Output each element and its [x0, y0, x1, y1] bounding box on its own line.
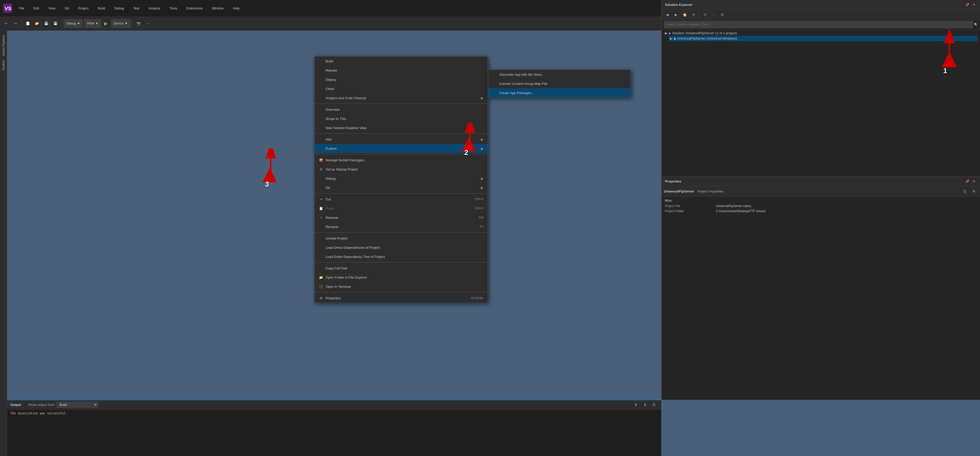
se-forward-button[interactable]: ▶	[672, 11, 680, 19]
cm-debug[interactable]: Debug ▶	[314, 174, 488, 183]
se-solution-item[interactable]: ▶ ◈ Solution 'UniversalFtpServer' (1 of …	[664, 30, 978, 36]
cm-sep-1	[314, 104, 488, 104]
cm-analyze-cleanup[interactable]: Analyze and Code Cleanup ▶	[314, 93, 488, 102]
output-toolbar: ⬆ ⬇ ☰	[632, 401, 658, 409]
menu-test[interactable]: Test	[130, 0, 143, 16]
cm-sep-3	[314, 154, 488, 155]
cm-scope-to-this[interactable]: Scope to This	[314, 114, 488, 123]
menu-git[interactable]: Git	[61, 0, 73, 16]
props-header: Properties 📌 ✕	[662, 177, 980, 186]
se-collapse-button[interactable]: −	[710, 11, 718, 19]
cm-open-terminal[interactable]: ⬛ Open in Terminal	[314, 282, 488, 291]
cm-new-se-icon	[318, 125, 324, 130]
cm-overview[interactable]: Overview	[314, 105, 488, 114]
pm-convert-content[interactable]: Convert Content Group Map File	[488, 79, 631, 88]
menu-edit[interactable]: Edit	[30, 0, 43, 16]
menu-extensions[interactable]: Extensions	[183, 0, 206, 16]
se-close-button[interactable]: ✕	[971, 2, 977, 8]
pm-create-packages[interactable]: Create App Packages...	[488, 88, 631, 97]
menu-build[interactable]: Build	[94, 0, 108, 16]
props-settings-button[interactable]: ⚙	[970, 187, 978, 195]
cm-build-icon	[318, 59, 324, 64]
cm-remove-label: Remove	[326, 216, 338, 220]
device-dropdown[interactable]: Device ▼	[111, 19, 130, 28]
se-back-button[interactable]: ◀	[663, 11, 671, 19]
cm-load-entire-label: Load Entire Dependency Tree of Project	[326, 255, 385, 259]
redo-button[interactable]: ↪	[11, 19, 19, 28]
cm-set-startup[interactable]: ⚙ Set as Startup Project	[314, 164, 488, 174]
cm-unload-project[interactable]: Unload Project	[314, 234, 488, 243]
output-panel: Output Show output from: Build ⬆ ⬇ ☰ The…	[7, 400, 661, 456]
cm-load-entire-deps[interactable]: Load Entire Dependency Tree of Project	[314, 252, 488, 261]
cm-manage-nuget[interactable]: 📦 Manage NuGet Packages...	[314, 155, 488, 164]
toolbox-tab[interactable]: Toolbox	[1, 58, 6, 73]
cm-startup-icon: ⚙	[318, 167, 324, 172]
save-button[interactable]: 💾	[42, 19, 50, 28]
solution-label: Solution 'UniversalFtpServer' (1 of 1 pr…	[672, 31, 737, 35]
screenshot-button[interactable]: 📷	[135, 19, 143, 28]
cm-paste[interactable]: 📋 Paste Ctrl+V	[314, 204, 488, 213]
server-explorer-tab[interactable]: Server Explorer	[1, 33, 6, 58]
menu-project[interactable]: Project	[75, 0, 92, 16]
cm-rebuild-label: Rebuild	[326, 69, 337, 72]
menu-window[interactable]: Window	[208, 0, 228, 16]
menu-view[interactable]: View	[45, 0, 59, 16]
cm-unload-label: Unload Project	[326, 236, 347, 240]
se-settings-button[interactable]: ⚙	[718, 11, 726, 19]
cm-deploy-icon	[318, 77, 324, 82]
cm-analyze-icon	[318, 95, 324, 100]
debug-config-dropdown[interactable]: Debug ▼	[64, 19, 83, 28]
pm-associate-label: Associate App with the Store...	[500, 73, 544, 77]
cm-build[interactable]: Build	[314, 56, 488, 66]
run-button[interactable]: ▶	[102, 19, 110, 28]
cm-startup-label: Set as Startup Project	[326, 167, 358, 171]
props-close-button[interactable]: ✕	[971, 179, 977, 185]
output-wrap-button[interactable]: ⬇	[641, 401, 649, 409]
menu-debug[interactable]: Debug	[111, 0, 127, 16]
cm-cut[interactable]: ✂ Cut Ctrl+X	[314, 195, 488, 204]
se-home-button[interactable]: 🏠	[681, 11, 689, 19]
menu-help[interactable]: Help	[229, 0, 243, 16]
menu-analyze[interactable]: Analyze	[145, 0, 164, 16]
se-sync-button[interactable]: ⟲	[689, 11, 697, 19]
se-search-input[interactable]	[664, 21, 973, 28]
output-find-button[interactable]: ☰	[650, 401, 658, 409]
cm-paste-icon: 📋	[318, 206, 324, 211]
annotation-3-label: 3	[265, 180, 269, 188]
se-refresh-button[interactable]: ↺	[701, 11, 709, 19]
cm-copy-full-path[interactable]: Copy Full Path	[314, 263, 488, 273]
undo-button[interactable]: ↩	[2, 19, 10, 28]
pm-associate-store[interactable]: Associate App with the Store...	[488, 70, 631, 79]
output-filter-select[interactable]: Build	[57, 402, 97, 408]
props-row-1: Project Folder C:\Users\nickw\Desktop\FT…	[665, 209, 977, 214]
cm-properties[interactable]: ⚙ Properties Alt+Enter	[314, 293, 488, 303]
output-clear-button[interactable]: ⬆	[632, 401, 640, 409]
cm-rebuild[interactable]: Rebuild	[314, 66, 488, 75]
se-header: Solution Explorer 📌 ✕	[662, 0, 980, 10]
open-button[interactable]: 📂	[33, 19, 41, 28]
cm-git[interactable]: Git ▶	[314, 183, 488, 192]
menu-tools[interactable]: Tools	[166, 0, 181, 16]
se-project-item[interactable]: ▶ ◆ UniversalFtpServer (Universal Window…	[669, 36, 978, 41]
menu-file[interactable]: File	[15, 0, 28, 16]
annotation-1-label: 1	[943, 67, 947, 75]
output-content: The association was successful.	[7, 410, 661, 417]
se-pin-button[interactable]: 📌	[964, 2, 970, 8]
cm-rename[interactable]: Rename F2	[314, 222, 488, 231]
platform-dropdown[interactable]: ARM ▼	[84, 19, 101, 28]
cm-open-folder-label: Open Folder in File Explorer	[326, 276, 367, 279]
cm-remove[interactable]: ✕ Remove Del	[314, 213, 488, 222]
cm-clean[interactable]: Clean	[314, 84, 488, 93]
cm-open-file-explorer[interactable]: 📁 Open Folder in File Explorer	[314, 273, 488, 282]
cm-deploy[interactable]: Deploy	[314, 75, 488, 84]
new-project-button[interactable]: 📄	[24, 19, 32, 28]
more-button[interactable]: ⋯	[144, 19, 152, 28]
props-val-1: C:\Users\nickw\Desktop\FTP Source	[716, 209, 977, 213]
props-pin-button[interactable]: 📌	[964, 179, 970, 185]
cm-remove-shortcut: Del	[479, 216, 484, 219]
props-sort-button[interactable]: ⇅	[961, 187, 969, 195]
pm-associate-icon	[492, 72, 497, 77]
server-explorer-strip: Server Explorer Toolbox	[0, 31, 7, 456]
save-all-button[interactable]: 💾	[51, 19, 59, 28]
cm-load-direct-deps[interactable]: Load Direct Dependencies of Project	[314, 243, 488, 252]
